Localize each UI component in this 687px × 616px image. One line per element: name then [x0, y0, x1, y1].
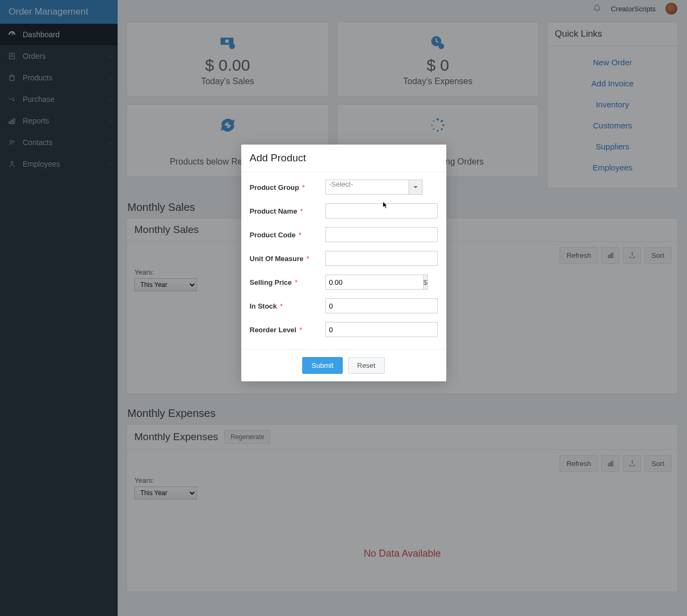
modal-overlay[interactable]: Add Product Product Group * -Select- Pro…: [0, 0, 687, 616]
add-product-modal: Add Product Product Group * -Select- Pro…: [241, 145, 446, 381]
label-unit-of-measure: Unit Of Measure *: [250, 255, 325, 263]
label-product-group: Product Group *: [250, 183, 325, 191]
label-product-code: Product Code *: [250, 231, 325, 239]
in-stock-input[interactable]: [325, 298, 438, 313]
product-name-input[interactable]: [325, 203, 438, 218]
label-reorder-level: Reorder Level *: [250, 326, 325, 334]
label-product-name: Product Name *: [250, 207, 325, 215]
product-group-select[interactable]: -Select-: [325, 180, 409, 195]
submit-button[interactable]: Submit: [302, 357, 342, 374]
unit-of-measure-input[interactable]: [325, 251, 438, 266]
reorder-level-input[interactable]: [325, 322, 438, 337]
label-in-stock: In Stock *: [250, 302, 325, 310]
reset-button[interactable]: Reset: [348, 357, 385, 374]
label-selling-price: Selling Price *: [250, 278, 325, 286]
modal-title: Add Product: [241, 145, 446, 172]
selling-price-input[interactable]: [325, 275, 423, 290]
product-code-input[interactable]: [325, 227, 438, 242]
dropdown-toggle[interactable]: [409, 180, 423, 195]
currency-addon: $: [423, 275, 428, 290]
